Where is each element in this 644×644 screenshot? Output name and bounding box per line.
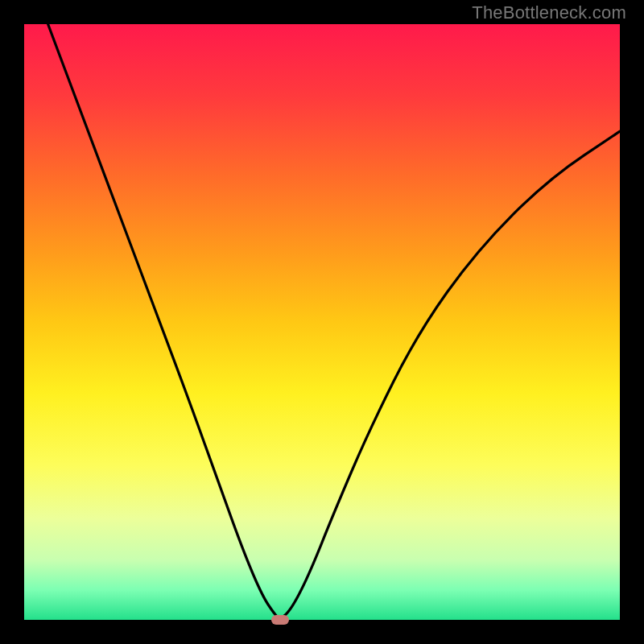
minimum-marker (271, 615, 289, 625)
watermark-text: TheBottleneck.com (472, 2, 626, 23)
plot-area (24, 24, 620, 620)
chart-frame: TheBottleneck.com (0, 0, 644, 644)
bottleneck-curve (48, 24, 620, 618)
curve-svg (24, 24, 620, 620)
